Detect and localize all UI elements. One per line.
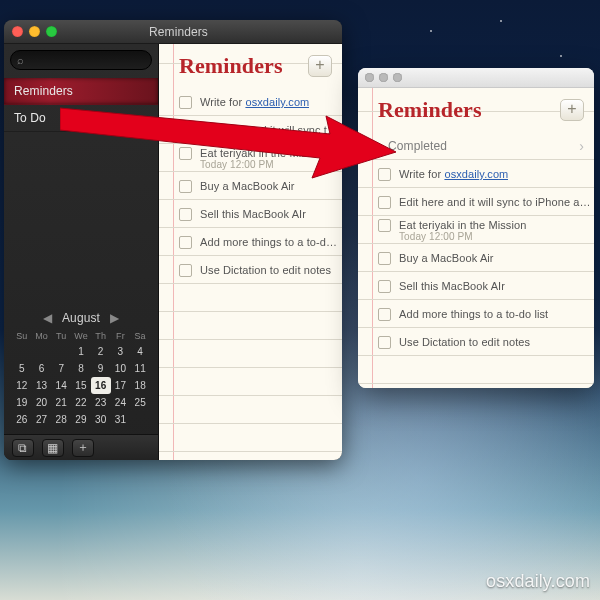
reminder-item[interactable]: Use Dictation to edit notes bbox=[159, 256, 342, 284]
cal-day[interactable]: 9 bbox=[91, 360, 111, 377]
sidebar-footer: ⧉ ▦ ＋ bbox=[4, 434, 158, 460]
cal-day[interactable]: 1 bbox=[71, 343, 91, 360]
reminder-item[interactable]: Eat teriyaki in the MissionToday 12:00 P… bbox=[358, 216, 594, 244]
cal-day[interactable]: 11 bbox=[130, 360, 150, 377]
cal-day[interactable]: 26 bbox=[12, 411, 32, 428]
cal-day[interactable]: 5 bbox=[12, 360, 32, 377]
cal-day[interactable]: 15 bbox=[71, 377, 91, 394]
reminder-link[interactable]: osxdaily.com bbox=[245, 96, 309, 108]
cal-day[interactable]: 21 bbox=[51, 394, 71, 411]
zoom-icon[interactable] bbox=[393, 73, 402, 82]
cal-day[interactable]: 29 bbox=[71, 411, 91, 428]
reminder-text: Buy a MacBook Air bbox=[200, 180, 295, 192]
add-reminder-button[interactable]: + bbox=[308, 55, 332, 77]
mini-calendar[interactable]: ◀ August ▶ SuMoTuWeThFrSa123456789101112… bbox=[4, 305, 158, 434]
minimize-icon[interactable] bbox=[379, 73, 388, 82]
toggle-calendar-button[interactable]: ▦ bbox=[42, 439, 64, 457]
close-icon[interactable] bbox=[365, 73, 374, 82]
completed-count: 1 bbox=[364, 139, 380, 153]
search-input[interactable] bbox=[28, 54, 166, 66]
reminder-item[interactable]: Add more things to a to-do list bbox=[358, 300, 594, 328]
titlebar[interactable] bbox=[358, 68, 594, 88]
cal-prev-icon[interactable]: ◀ bbox=[39, 311, 56, 325]
reminder-text: Edit here and it will sync to iPhone and… bbox=[200, 124, 342, 136]
cal-dow: Sa bbox=[130, 329, 150, 343]
search-field[interactable]: ⌕ bbox=[10, 50, 152, 70]
sidebar-item-to-do[interactable]: To Do bbox=[4, 105, 158, 132]
add-list-button[interactable]: ＋ bbox=[72, 439, 94, 457]
cal-day[interactable]: 19 bbox=[12, 394, 32, 411]
reminder-text: Edit here and it will sync to iPhone and… bbox=[399, 196, 594, 208]
reminder-item[interactable]: Buy a MacBook Air bbox=[159, 172, 342, 200]
reminder-item[interactable]: Eat teriyaki in the MissionToday 12:00 P… bbox=[159, 144, 342, 172]
cal-day[interactable]: 24 bbox=[111, 394, 131, 411]
add-reminder-button[interactable]: + bbox=[560, 99, 584, 121]
cal-day[interactable]: 14 bbox=[51, 377, 71, 394]
checkbox[interactable] bbox=[378, 252, 391, 265]
titlebar[interactable]: Reminders bbox=[4, 20, 342, 44]
cal-day[interactable]: 23 bbox=[91, 394, 111, 411]
reminder-text: Add more things to a to-do list bbox=[200, 236, 342, 248]
checkbox[interactable] bbox=[179, 236, 192, 249]
reminder-text: Sell this MacBook AIr bbox=[200, 208, 306, 220]
reminder-item[interactable]: Edit here and it will sync to iPhone and… bbox=[159, 116, 342, 144]
checkbox[interactable] bbox=[378, 280, 391, 293]
cal-day[interactable]: 6 bbox=[32, 360, 52, 377]
completed-label: Completed bbox=[388, 139, 447, 153]
detached-list-window: Reminders + 1 Completed › Write for osxd… bbox=[358, 68, 594, 388]
checkbox[interactable] bbox=[378, 196, 391, 209]
cal-day[interactable]: 7 bbox=[51, 360, 71, 377]
list-heading: Reminders bbox=[378, 97, 482, 123]
list-heading: Reminders bbox=[179, 53, 283, 79]
checkbox[interactable] bbox=[179, 96, 192, 109]
sidebar: ⌕ RemindersTo Do ◀ August ▶ SuMoTuWeThFr… bbox=[4, 44, 159, 460]
reminder-item[interactable]: Buy a MacBook Air bbox=[358, 244, 594, 272]
reminder-item[interactable]: Sell this MacBook AIr bbox=[358, 272, 594, 300]
reminder-text: Write for osxdaily.com bbox=[399, 168, 508, 180]
completed-row[interactable]: 1 Completed › bbox=[358, 132, 594, 160]
checkbox[interactable] bbox=[179, 208, 192, 221]
cal-day[interactable]: 20 bbox=[32, 394, 52, 411]
cal-day[interactable]: 13 bbox=[32, 377, 52, 394]
chevron-right-icon: › bbox=[579, 138, 584, 154]
cal-day[interactable]: 27 bbox=[32, 411, 52, 428]
cal-day[interactable]: 16 bbox=[91, 377, 111, 394]
reminders-app-window: Reminders ⌕ RemindersTo Do ◀ August ▶ Su… bbox=[4, 20, 342, 460]
cal-day[interactable]: 8 bbox=[71, 360, 91, 377]
reminder-text: Eat teriyaki in the Mission bbox=[399, 219, 526, 231]
cal-dow: Mo bbox=[32, 329, 52, 343]
cal-day[interactable]: 28 bbox=[51, 411, 71, 428]
cal-day[interactable]: 18 bbox=[130, 377, 150, 394]
cal-day[interactable]: 4 bbox=[130, 343, 150, 360]
cal-day[interactable]: 2 bbox=[91, 343, 111, 360]
checkbox[interactable] bbox=[179, 124, 192, 137]
cal-day[interactable]: 31 bbox=[111, 411, 131, 428]
reminder-text: Eat teriyaki in the Mission bbox=[200, 147, 327, 159]
cal-next-icon[interactable]: ▶ bbox=[106, 311, 123, 325]
cal-day[interactable]: 25 bbox=[130, 394, 150, 411]
cal-day[interactable]: 10 bbox=[111, 360, 131, 377]
reminder-item[interactable]: Write for osxdaily.com bbox=[358, 160, 594, 188]
toggle-sidebar-button[interactable]: ⧉ bbox=[12, 439, 34, 457]
close-icon[interactable] bbox=[12, 26, 23, 37]
reminder-item[interactable]: Write for osxdaily.com bbox=[159, 88, 342, 116]
reminder-text: Buy a MacBook Air bbox=[399, 252, 494, 264]
reminder-item[interactable]: Sell this MacBook AIr bbox=[159, 200, 342, 228]
reminder-item[interactable]: Add more things to a to-do list bbox=[159, 228, 342, 256]
reminder-item[interactable]: Use Dictation to edit notes bbox=[358, 328, 594, 356]
checkbox[interactable] bbox=[378, 336, 391, 349]
cal-day[interactable]: 17 bbox=[111, 377, 131, 394]
reminder-link[interactable]: osxdaily.com bbox=[444, 168, 508, 180]
checkbox[interactable] bbox=[378, 308, 391, 321]
checkbox[interactable] bbox=[378, 168, 391, 181]
cal-day[interactable]: 12 bbox=[12, 377, 32, 394]
checkbox[interactable] bbox=[179, 180, 192, 193]
cal-day[interactable]: 30 bbox=[91, 411, 111, 428]
cal-day[interactable]: 3 bbox=[111, 343, 131, 360]
cal-day[interactable]: 22 bbox=[71, 394, 91, 411]
sidebar-item-reminders[interactable]: Reminders bbox=[4, 78, 158, 105]
cal-dow: Tu bbox=[51, 329, 71, 343]
reminder-item[interactable]: Edit here and it will sync to iPhone and… bbox=[358, 188, 594, 216]
cal-dow: Su bbox=[12, 329, 32, 343]
checkbox[interactable] bbox=[179, 264, 192, 277]
